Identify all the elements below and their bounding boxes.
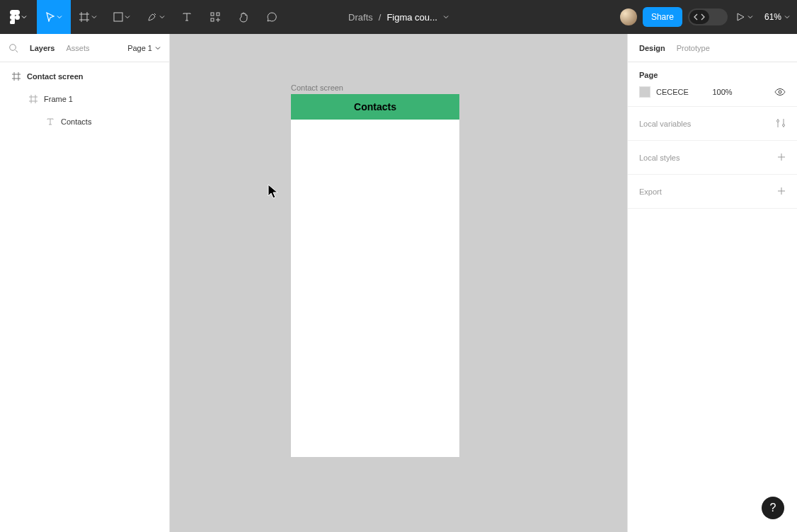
right-tabs: Design Prototype [628,34,797,62]
chevron-down-icon [784,14,790,20]
breadcrumb-separator: / [379,12,382,23]
color-hex-value[interactable]: CECECE [656,88,699,96]
plus-icon [777,187,786,197]
svg-point-8 [783,124,785,126]
page-selector-label: Page 1 [127,44,152,52]
canvas-frame-label[interactable]: Contact screen [291,83,343,92]
text-tool-button[interactable] [173,0,201,34]
code-icon [694,13,705,21]
resources-icon [210,11,221,23]
move-tool-button[interactable] [37,0,71,34]
tab-layers[interactable]: Layers [30,44,55,52]
chevron-down-icon [91,14,97,20]
cursor-icon [268,184,280,201]
artboard-header-text: Contacts [354,101,396,112]
dev-mode-thumb [689,10,709,24]
svg-rect-3 [217,13,219,16]
svg-rect-2 [211,13,214,16]
chevron-down-icon [57,14,62,20]
local-variables-row[interactable]: Local variables [628,107,797,141]
user-avatar[interactable] [620,8,637,25]
plus-icon [777,153,786,163]
shape-tool-button[interactable] [105,0,139,34]
left-panel: Layers Assets Page 1 Contact screen [0,34,170,532]
page-section: Page CECECE 100% [628,62,797,107]
move-tool-icon [45,12,55,22]
chevron-down-icon [155,45,161,51]
tab-design[interactable]: Design [639,44,665,52]
chevron-down-icon [747,14,753,20]
resources-tool-button[interactable] [201,0,229,34]
svg-rect-4 [211,18,214,21]
present-button[interactable] [733,13,756,21]
main-menu-button[interactable] [0,0,37,34]
search-icon[interactable] [8,43,18,53]
text-tool-icon [182,12,192,22]
svg-point-5 [10,44,16,50]
file-breadcrumb[interactable]: Drafts / Figma cou... [348,12,449,23]
chevron-down-icon [125,14,130,20]
file-location: Drafts [348,12,373,23]
layer-contact-screen[interactable]: Contact screen [0,65,169,88]
comment-tool-button[interactable] [258,0,286,34]
chevron-down-icon [443,14,449,20]
artboard-header-frame1[interactable]: Contacts [291,94,459,120]
layer-label: Frame 1 [44,95,73,103]
chevron-down-icon [159,14,165,20]
svg-point-6 [779,91,781,93]
zoom-control[interactable]: 61% [762,12,790,22]
top-toolbar: Drafts / Figma cou... Share 61% [0,0,797,34]
share-button[interactable]: Share [643,7,682,27]
artboard-contact-screen[interactable]: Contacts [291,94,459,457]
local-variables-label: Local variables [639,120,691,128]
local-styles-row[interactable]: Local styles [628,141,797,175]
toolbar-right-group: Share 61% [620,0,797,34]
color-opacity-value[interactable]: 100% [712,88,760,96]
help-button[interactable]: ? [762,497,784,519]
export-label: Export [639,187,662,196]
hand-tool-button[interactable] [229,0,258,34]
help-label: ? [770,502,776,514]
page-section-title: Page [639,71,786,79]
layer-label: Contact screen [27,72,83,81]
hand-tool-icon [238,11,249,23]
comment-icon [266,11,277,23]
layer-label: Contacts [61,117,91,126]
frame-tool-button[interactable] [71,0,105,34]
svg-rect-1 [114,13,122,21]
layer-contacts-text[interactable]: Contacts [0,110,169,133]
tab-assets[interactable]: Assets [66,44,89,52]
play-icon [736,13,745,21]
figma-logo-icon [10,10,20,24]
sliders-icon [776,118,786,129]
file-name: Figma cou... [386,12,437,23]
frame-tool-icon [79,11,90,23]
chevron-down-icon [21,14,27,20]
tab-prototype[interactable]: Prototype [677,44,710,52]
pen-tool-button[interactable] [139,0,173,34]
rectangle-tool-icon [113,12,123,22]
pen-tool-icon [147,11,158,23]
export-row[interactable]: Export [628,175,797,209]
svg-point-7 [777,120,779,122]
zoom-value: 61% [764,12,781,22]
color-swatch[interactable] [639,86,650,98]
local-styles-label: Local styles [639,154,680,162]
visibility-toggle[interactable] [774,86,786,98]
frame-icon [11,71,21,81]
page-selector[interactable]: Page 1 [127,44,161,52]
left-tabs: Layers Assets Page 1 [0,34,169,62]
page-background-row[interactable]: CECECE 100% [639,86,786,98]
right-panel: Design Prototype Page CECECE 100% Local … [627,34,797,532]
layers-list: Contact screen Frame 1 Contacts [0,62,169,133]
toolbar-left-group [0,0,286,34]
frame-icon [28,94,38,104]
layer-frame-1[interactable]: Frame 1 [0,88,169,110]
svg-point-0 [15,15,20,20]
text-icon [45,117,55,127]
dev-mode-toggle[interactable] [688,8,728,25]
canvas[interactable]: Contact screen Contacts [170,34,627,532]
